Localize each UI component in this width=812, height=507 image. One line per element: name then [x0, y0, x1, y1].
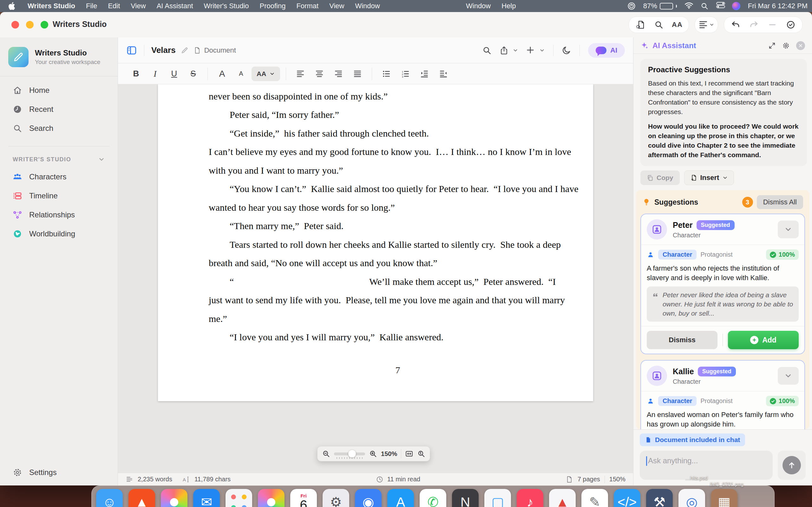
dock-icon[interactable]: ▲	[549, 489, 576, 507]
battery-indicator[interactable]: 87%	[643, 2, 677, 10]
ai-settings-gear-icon[interactable]	[782, 42, 790, 49]
actual-size-icon[interactable]	[417, 450, 425, 458]
menu-item[interactable]: Proofing	[254, 2, 291, 10]
align-center-button[interactable]	[311, 66, 328, 81]
apple-menu-icon[interactable]	[8, 2, 15, 10]
zoom-in-icon[interactable]	[369, 450, 377, 458]
menu-item[interactable]: View	[324, 2, 350, 10]
dock-icon[interactable]: ▢	[484, 489, 511, 507]
dock-icon[interactable]: ◉	[355, 489, 382, 507]
dock-icon[interactable]: ⚙	[322, 489, 349, 507]
dock-icon[interactable]: ☺	[96, 489, 123, 507]
doc-line[interactable]: 7	[209, 361, 587, 380]
sidebar-section-item[interactable]: Characters	[0, 167, 118, 186]
doc-line[interactable]: breath and said, “No one will accept us …	[209, 254, 587, 273]
doc-line[interactable]: “I love you and yes I will marry you,” K…	[209, 328, 587, 347]
card-collapse-button[interactable]	[778, 367, 799, 385]
dock-icon[interactable]: ✎	[581, 489, 608, 507]
dock-icon[interactable]	[258, 489, 285, 507]
numbered-list-button[interactable]	[397, 66, 414, 81]
menu-item[interactable]: Format	[291, 2, 324, 10]
send-button[interactable]	[782, 456, 801, 474]
copy-button[interactable]: Copy	[641, 170, 680, 185]
document-title[interactable]: Velars	[151, 45, 176, 55]
dock-icon[interactable]: N	[452, 489, 478, 507]
close-window-button[interactable]	[11, 21, 19, 29]
spotlight-search-icon[interactable]	[700, 2, 709, 10]
menu-bar-clock[interactable]: Fri Mar 6 12:42 PM	[748, 2, 808, 10]
font-size-dropdown[interactable]: AA	[252, 66, 280, 81]
text-size-button[interactable]: AA	[669, 18, 686, 32]
sidebar-toggle-icon[interactable]	[126, 45, 137, 56]
outdent-button[interactable]	[435, 66, 452, 81]
doc-line[interactable]: with you and I want to marry you.”	[209, 161, 587, 180]
document-settings-button[interactable]	[632, 18, 649, 32]
dock-icon[interactable]	[225, 489, 252, 507]
ai-panel-scroll[interactable]: Proactive Suggestions Based on this text…	[633, 54, 812, 429]
chevron-down-icon[interactable]	[513, 48, 518, 53]
doc-line[interactable]: “Get inside,” his father said through cl…	[209, 124, 587, 143]
dock-file-label[interactable]: IMG_0701.png	[710, 482, 744, 487]
doc-line[interactable]: never been so disappointed in one of my …	[209, 87, 587, 106]
menu-item[interactable]: Writers Studio	[22, 2, 81, 10]
search-button[interactable]	[651, 18, 667, 32]
breadcrumb[interactable]: Document	[204, 46, 236, 55]
document-context-pill[interactable]: Document included in chat	[640, 434, 745, 446]
paragraph-styles-button[interactable]	[698, 18, 715, 32]
dock-icon[interactable]: A	[387, 489, 414, 507]
fit-width-icon[interactable]	[405, 450, 413, 458]
menu-item[interactable]: Window	[461, 2, 496, 10]
control-center-icon[interactable]	[716, 2, 724, 10]
insert-button[interactable]: Insert	[684, 170, 734, 185]
dock-icon[interactable]: </>	[614, 489, 641, 507]
sidebar-section-item[interactable]: Worldbuilding	[0, 224, 118, 243]
increase-font-button[interactable]: A	[213, 66, 231, 81]
doc-line[interactable]: Tears started to roll down her cheeks an…	[209, 235, 587, 254]
add-button[interactable]: + Add	[728, 331, 799, 349]
editor-canvas[interactable]: was yelling and saying how he could not …	[118, 84, 633, 473]
siri-icon[interactable]	[732, 2, 740, 10]
spellcheck-button[interactable]	[782, 18, 799, 32]
dock-icon[interactable]: ♪	[517, 489, 543, 507]
dock-icon[interactable]: ▲	[129, 489, 155, 507]
align-left-button[interactable]	[292, 66, 309, 81]
sidebar-nav-item[interactable]: Search	[0, 119, 118, 138]
doc-line[interactable]: me.”	[209, 309, 587, 328]
doc-line[interactable]: just want to send my life with you. Plea…	[209, 291, 587, 309]
dismiss-all-button[interactable]: Dismiss All	[757, 195, 803, 209]
sidebar-nav-item[interactable]: Recent	[0, 100, 118, 119]
align-justify-button[interactable]	[349, 66, 366, 81]
share-icon[interactable]	[499, 46, 509, 55]
doc-line[interactable]: Peter said, “Im sorry father.”	[209, 106, 587, 124]
wifi-icon[interactable]	[684, 2, 693, 10]
doc-line[interactable]: I can’t believe my eyes and my good fort…	[209, 143, 587, 161]
menu-item[interactable]: Writer's Studio	[199, 2, 254, 10]
card-collapse-button[interactable]	[778, 221, 799, 238]
sidebar-nav-item[interactable]: Home	[0, 81, 118, 100]
doc-line[interactable]: “Then marry me,” Peter said.	[209, 217, 587, 235]
dock-icon[interactable]: ▦	[711, 489, 738, 507]
sidebar-section-item[interactable]: Relationships	[0, 205, 118, 224]
dock-file-label[interactable]: …hits.psd	[685, 475, 708, 481]
ai-assistant-toggle-button[interactable]: AI	[588, 43, 625, 58]
sidebar-item-settings[interactable]: Settings	[0, 463, 118, 486]
menu-item[interactable]: Window	[350, 2, 385, 10]
minimize-window-button[interactable]	[26, 21, 34, 29]
undo-button[interactable]	[727, 18, 744, 32]
zoom-slider[interactable]	[334, 450, 365, 458]
password-manager-icon[interactable]	[627, 2, 636, 10]
zoom-slider-thumb[interactable]	[348, 450, 356, 458]
sidebar-section-item[interactable]: Timeline	[0, 186, 118, 205]
align-right-button[interactable]	[330, 66, 347, 81]
dark-mode-moon-icon[interactable]	[562, 46, 571, 55]
chevron-down-icon[interactable]	[539, 48, 545, 53]
dash-button[interactable]	[764, 18, 780, 32]
dock-icon[interactable]: ⚒	[646, 489, 673, 507]
dock-icon[interactable]	[161, 489, 188, 507]
search-icon[interactable]	[482, 46, 492, 55]
add-icon[interactable]	[526, 46, 536, 55]
strikethrough-button[interactable]: S	[185, 66, 202, 81]
doc-line[interactable]: was yelling and saying how he could not …	[209, 84, 587, 87]
menu-item[interactable]: AI Assistant	[151, 2, 199, 10]
italic-button[interactable]: I	[147, 66, 164, 81]
